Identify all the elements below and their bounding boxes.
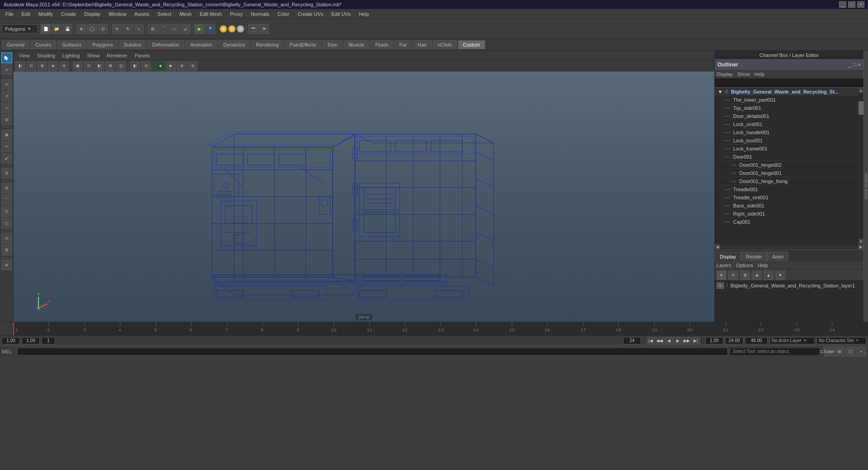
step-forward-button[interactable]: ▶▶ xyxy=(683,337,691,344)
step-back-button[interactable]: ◀◀ xyxy=(656,337,664,344)
vp-menu-shading[interactable]: Shading xyxy=(34,52,58,59)
outliner-menu-help[interactable]: Help xyxy=(755,71,765,77)
snap-curve-button[interactable]: ⌒ xyxy=(159,24,169,34)
menu-create-uvs[interactable]: Create UVs xyxy=(294,10,327,18)
vp-tb-btn-13[interactable]: ⊕ xyxy=(177,61,187,71)
character-set-selector[interactable]: No Character Set ▼ xyxy=(816,337,866,344)
new-file-button[interactable]: 📄 xyxy=(41,24,51,34)
list-item[interactable]: —○ The_lower_part001 xyxy=(715,96,858,104)
menu-create[interactable]: Create xyxy=(57,10,80,18)
menu-file[interactable]: File xyxy=(2,10,17,18)
snap-to-point-button-left[interactable]: ⊡ xyxy=(1,206,12,217)
scale-tool-button[interactable]: ⤡ xyxy=(134,24,144,34)
menu-assets[interactable]: Assets xyxy=(131,10,153,18)
list-item[interactable]: —○ Lock_vint001 xyxy=(715,120,858,128)
scroll-up-arrow[interactable]: ▲ xyxy=(859,88,863,93)
layers-menu-help[interactable]: Help xyxy=(758,263,768,268)
lasso-select-button[interactable]: ⌯ xyxy=(1,64,12,75)
menu-modify[interactable]: Modify xyxy=(35,10,57,18)
layer-tab-render[interactable]: Render xyxy=(741,252,767,261)
vp-menu-lighting[interactable]: Lighting xyxy=(60,52,83,59)
layer-select-button[interactable]: ◈ xyxy=(752,270,762,280)
vp-tb-btn-7[interactable]: ⊡ xyxy=(84,61,94,71)
range-end-input[interactable] xyxy=(705,337,723,344)
outliner-close[interactable]: × xyxy=(858,62,861,67)
menu-mesh[interactable]: Mesh xyxy=(176,10,195,18)
outliner-menu-display[interactable]: Display xyxy=(717,71,733,77)
tab-toon[interactable]: Toon xyxy=(322,40,343,49)
menu-select[interactable]: Select xyxy=(154,10,175,18)
list-item[interactable]: —○ Lock_frame001 xyxy=(715,145,858,153)
anim-layer-selector[interactable]: No Anim Layer ▼ xyxy=(769,337,815,344)
render-button[interactable]: ▶ xyxy=(194,24,204,34)
current-frame-input[interactable] xyxy=(42,337,55,344)
vp-tb-btn-8[interactable]: ◧ xyxy=(94,61,104,71)
layers-menu-options[interactable]: Options xyxy=(736,263,753,268)
vp-tb-btn-5[interactable]: ⊟ xyxy=(59,61,69,71)
camera-button[interactable]: 📷 xyxy=(248,24,258,34)
list-item[interactable]: —○ Door001_hinge_fixing xyxy=(715,177,858,185)
tree-root[interactable]: ▼ ◇ Bigbelly_General_Waste_and_Recycling… xyxy=(715,88,858,96)
tab-curves[interactable]: Curves xyxy=(30,40,56,49)
delete-layer-button[interactable]: ✕ xyxy=(728,270,738,280)
go-start-button[interactable]: |◀ xyxy=(646,337,655,344)
vp-menu-show[interactable]: Show xyxy=(85,52,103,59)
tab-dynamics[interactable]: Dynamics xyxy=(218,40,250,49)
list-item[interactable]: —○ Door001 xyxy=(715,153,858,161)
tab-muscle[interactable]: Muscle xyxy=(344,40,369,49)
layer-visible-badge[interactable]: V xyxy=(717,282,724,289)
range-start-input[interactable] xyxy=(2,337,20,344)
select-tool-button[interactable] xyxy=(1,52,12,63)
attribute-editor-sidebar[interactable]: Attribute Editor xyxy=(863,51,868,322)
play-back-button[interactable]: ◀ xyxy=(665,337,673,344)
vp-tb-btn-11[interactable]: ◧ xyxy=(130,61,140,71)
tab-subdivs[interactable]: Subdivs xyxy=(119,40,146,49)
vp-menu-panels[interactable]: Panels xyxy=(132,52,153,59)
minimize-button[interactable]: _ xyxy=(839,1,846,8)
menu-edit-uvs[interactable]: Edit UVs xyxy=(328,10,354,18)
maximize-button[interactable]: □ xyxy=(848,1,855,8)
tab-rendering[interactable]: Rendering xyxy=(251,40,284,49)
list-item[interactable]: —○ Lock_box001 xyxy=(715,136,858,145)
script-editor-button[interactable]: C:\Users\ xyxy=(824,347,834,357)
tab-ncloth[interactable]: nCloth xyxy=(433,40,457,49)
vp-tb-btn-3[interactable]: ⊞ xyxy=(37,61,47,71)
select-object-button[interactable]: ◯ xyxy=(87,24,97,34)
play-forward-button[interactable]: ▶ xyxy=(674,337,682,344)
list-item[interactable]: —○ Treadle_vint001 xyxy=(715,193,858,202)
view-button[interactable]: 👁 xyxy=(259,24,269,34)
list-item[interactable]: —○ Back_side001 xyxy=(715,202,858,210)
outliner-window-controls[interactable]: _ □ × xyxy=(849,62,861,67)
vp-tb-btn-arrows[interactable]: ◀ xyxy=(155,61,165,71)
transform-tool-button[interactable]: ⊞ xyxy=(1,114,12,125)
vp-tb-btn-6[interactable]: ▣ xyxy=(73,61,83,71)
list-item[interactable]: —○ Cap001 xyxy=(715,218,858,226)
close-button[interactable]: × xyxy=(857,1,864,8)
menu-edit-mesh[interactable]: Edit Mesh xyxy=(196,10,226,18)
menu-edit[interactable]: Edit xyxy=(18,10,34,18)
end-frame-input[interactable] xyxy=(725,337,743,344)
light-3-indicator[interactable] xyxy=(237,25,244,33)
display-layer-button[interactable]: ⊟ xyxy=(1,233,12,244)
vp-tb-btn-9[interactable]: ⊠ xyxy=(105,61,115,71)
timeline-ruler[interactable]: 1 2 3 4 5 6 7 8 9 10 11 12 13 1 xyxy=(14,322,868,335)
vp-tb-btn-2[interactable]: ⊡ xyxy=(26,61,36,71)
tab-painteffects[interactable]: PaintEffects xyxy=(285,40,321,49)
tab-custom[interactable]: Custom xyxy=(458,40,485,49)
snap-point-button[interactable]: ⊹ xyxy=(170,24,179,34)
vp-tb-btn-10[interactable]: ◫ xyxy=(116,61,126,71)
outliner-menu-show[interactable]: Show xyxy=(737,71,750,77)
layer-move-up-button[interactable]: ▲ xyxy=(764,270,774,280)
full-range-end-input[interactable] xyxy=(745,337,768,344)
menu-display[interactable]: Display xyxy=(80,10,104,18)
vp-tb-btn-arrows2[interactable]: ▶ xyxy=(166,61,176,71)
vp-menu-view[interactable]: View xyxy=(16,52,33,59)
outliner-scrollbar[interactable]: ▲ ▼ xyxy=(858,88,863,244)
scale-tool-button-left[interactable]: ⤡ xyxy=(1,103,12,113)
vp-menu-renderer[interactable]: Renderer xyxy=(104,52,130,59)
outliner-maximize[interactable]: □ xyxy=(853,62,856,67)
soft-mod-button[interactable]: ◉ xyxy=(1,129,12,140)
menu-normals[interactable]: Normals xyxy=(247,10,273,18)
tab-surfaces[interactable]: Surfaces xyxy=(57,40,86,49)
snap-view-button[interactable]: ⊿ xyxy=(180,24,190,34)
